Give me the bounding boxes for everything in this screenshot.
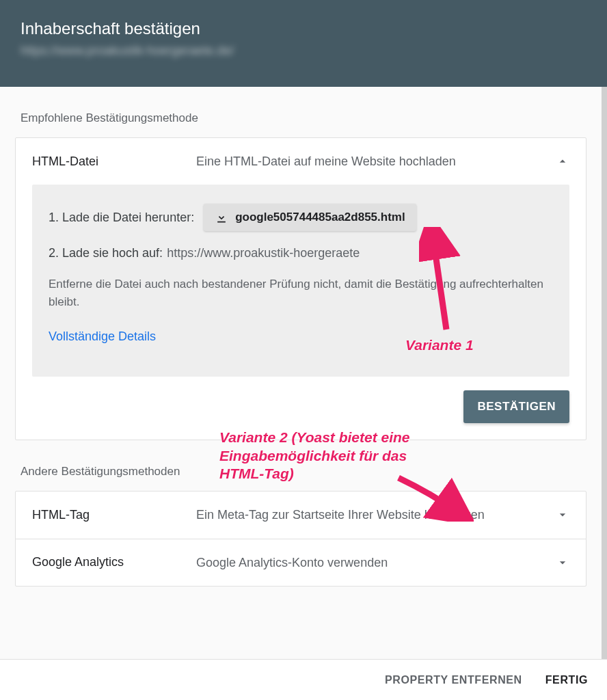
chevron-down-icon — [556, 508, 569, 522]
google-analytics-row[interactable]: Google Analytics Google Analytics-Konto … — [16, 539, 586, 586]
dialog-body-scroll[interactable]: Empfohlene Bestätigungsmethode HTML-Date… — [0, 87, 607, 659]
dialog-subtitle-masked: https://www.proakustik-hoergeraete.de/ — [21, 44, 586, 58]
step-1-label: 1. Lade die Datei herunter: — [49, 211, 194, 225]
html-file-desc: Eine HTML-Datei auf meine Website hochla… — [196, 153, 549, 170]
step-2-label: 2. Lade sie hoch auf: — [49, 246, 163, 260]
keep-file-note: Entferne die Datei auch nach bestandener… — [49, 275, 553, 310]
html-file-title: HTML-Datei — [32, 154, 196, 169]
html-file-steps-box: 1. Lade die Datei herunter: google505744… — [32, 185, 569, 377]
download-filename: google505744485aa2d855.html — [235, 211, 405, 224]
dialog-header: Inhaberschaft bestätigen https://www.pro… — [0, 0, 607, 87]
google-analytics-title: Google Analytics — [32, 555, 196, 569]
other-methods-label: Andere Bestätigungsmethoden — [0, 440, 602, 491]
other-methods-panel: HTML-Tag Ein Meta-Tag zur Startseite Ihr… — [15, 491, 586, 587]
html-tag-title: HTML-Tag — [32, 508, 196, 522]
download-icon — [215, 211, 228, 224]
done-button[interactable]: FERTIG — [545, 674, 588, 686]
html-file-panel: HTML-Datei Eine HTML-Datei auf meine Web… — [15, 137, 586, 440]
html-tag-desc: Ein Meta-Tag zur Startseite Ihrer Websit… — [196, 507, 549, 523]
html-tag-row[interactable]: HTML-Tag Ein Meta-Tag zur Startseite Ihr… — [16, 492, 586, 538]
confirm-button[interactable]: BESTÄTIGEN — [463, 390, 569, 423]
download-file-button[interactable]: google505744485aa2d855.html — [204, 204, 416, 231]
html-file-expanded: 1. Lade die Datei herunter: google505744… — [16, 185, 586, 440]
step-1: 1. Lade die Datei herunter: google505744… — [49, 204, 553, 231]
step-2: 2. Lade sie hoch auf: https://www.proaku… — [49, 246, 553, 260]
google-analytics-desc: Google Analytics-Konto verwenden — [196, 554, 549, 571]
chevron-up-icon — [556, 154, 569, 168]
chevron-down-icon — [556, 556, 569, 569]
remove-property-button[interactable]: PROPERTY ENTFERNEN — [385, 674, 522, 686]
dialog-footer: PROPERTY ENTFERNEN FERTIG — [0, 659, 607, 700]
upload-url: https://www.proakustik-hoergeraete — [167, 246, 360, 260]
recommended-method-label: Empfohlene Bestätigungsmethode — [0, 87, 602, 137]
full-details-link[interactable]: Vollständige Details — [49, 329, 156, 344]
html-file-header-row[interactable]: HTML-Datei Eine HTML-Datei auf meine Web… — [16, 138, 586, 185]
dialog-title: Inhaberschaft bestätigen — [21, 19, 586, 38]
